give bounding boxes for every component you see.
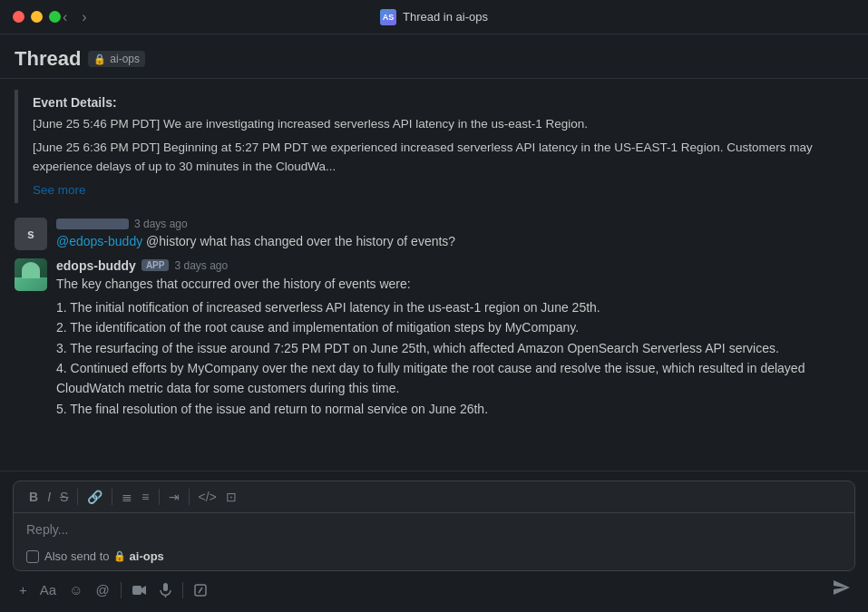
- unordered-list-button[interactable]: ≡: [137, 487, 153, 507]
- messages-area: Event Details: [June 25 5:46 PM PDT] We …: [0, 79, 868, 471]
- message-row: s 3 days ago @edops-buddy @history what …: [0, 214, 868, 255]
- see-more-link[interactable]: See more: [33, 183, 86, 197]
- svg-rect-0: [132, 586, 141, 595]
- workspace-avatar: AS: [380, 9, 396, 25]
- emoji-button[interactable]: ☺: [63, 578, 89, 601]
- toolbar-divider: [112, 489, 112, 505]
- event-entry-2: [June 25 6:36 PM PDT] Beginning at 5:27 …: [33, 139, 839, 176]
- username-blurred: [56, 219, 129, 229]
- username-bot: edops-buddy: [56, 258, 136, 273]
- event-entry-1: [June 25 5:46 PM PDT] We are investigati…: [33, 115, 839, 133]
- strikethrough-button[interactable]: S: [55, 487, 73, 507]
- also-send-row: Also send to 🔒 ai-ops: [26, 549, 842, 563]
- nav-buttons: ‹ ›: [59, 7, 91, 27]
- video-button[interactable]: [126, 581, 153, 599]
- mic-button[interactable]: [153, 579, 178, 601]
- timestamp-bot: 3 days ago: [174, 259, 228, 272]
- block-button[interactable]: ⊡: [221, 487, 241, 507]
- message-body-bot: edops-buddy APP 3 days ago The key chang…: [56, 258, 853, 419]
- message-content: @history what has changed over the histo…: [146, 234, 455, 248]
- window-title: Thread in ai-ops: [403, 10, 488, 24]
- list-item: 5. The final resolution of the issue and…: [56, 399, 853, 419]
- toolbar-divider: [159, 489, 160, 505]
- title-bar: ‹ › AS Thread in ai-ops: [0, 0, 868, 34]
- list-item: 2. The identification of the root cause …: [56, 317, 853, 337]
- list-item: 1. The initial notification of increased…: [56, 297, 853, 317]
- bold-button[interactable]: B: [24, 487, 43, 507]
- message-body: 3 days ago @edops-buddy @history what ha…: [56, 218, 853, 251]
- slash-command-button[interactable]: [188, 580, 213, 600]
- also-send-label: Also send to 🔒 ai-ops: [44, 549, 164, 563]
- plus-button[interactable]: +: [13, 578, 34, 601]
- numbered-list: 1. The initial notification of increased…: [56, 297, 853, 419]
- composer-toolbar: B I S 🔗 ≣ ≡ ⇥ </> ⊡: [14, 481, 854, 513]
- event-details-block: Event Details: [June 25 5:46 PM PDT] We …: [15, 90, 853, 203]
- main-content: Thread 🔒 ai-ops Event Details: [June 25 …: [0, 34, 868, 612]
- lock-icon: 🔒: [93, 53, 106, 65]
- composer: B I S 🔗 ≣ ≡ ⇥ </> ⊡ Reply...: [0, 471, 868, 612]
- avatar: s: [15, 218, 47, 250]
- send-button[interactable]: [828, 577, 855, 603]
- app-badge: APP: [141, 259, 170, 271]
- ordered-list-button[interactable]: ≣: [117, 487, 137, 507]
- timestamp: 3 days ago: [134, 218, 188, 230]
- channel-badge-label: ai-ops: [110, 53, 140, 65]
- message-meta-bot: edops-buddy APP 3 days ago: [56, 258, 853, 273]
- indent-button[interactable]: ⇥: [164, 487, 184, 507]
- channel-send-label: ai-ops: [130, 549, 164, 563]
- link-button[interactable]: 🔗: [83, 487, 107, 507]
- minimize-button[interactable]: [31, 11, 43, 23]
- avatar-bot: [15, 258, 47, 291]
- list-item: 4. Continued efforts by MyCompany over t…: [56, 358, 853, 399]
- channel-badge: 🔒 ai-ops: [88, 51, 145, 67]
- event-label: Event Details:: [33, 95, 839, 110]
- traffic-lights: [13, 11, 61, 23]
- svg-rect-1: [163, 583, 168, 591]
- composer-box: B I S 🔗 ≣ ≡ ⇥ </> ⊡ Reply...: [13, 481, 855, 571]
- list-item: 3. The resurfacing of the issue around 7…: [56, 338, 853, 358]
- bottom-divider-2: [182, 582, 183, 598]
- composer-bottom-row: + Aa ☺ @: [0, 577, 868, 612]
- lock-icon-small: 🔒: [113, 550, 126, 562]
- italic-button[interactable]: I: [43, 487, 55, 507]
- thread-header: Thread 🔒 ai-ops: [0, 34, 868, 79]
- also-send-checkbox[interactable]: [26, 550, 39, 563]
- message-text: @edops-buddy @history what has changed o…: [56, 232, 853, 251]
- forward-button[interactable]: ›: [78, 7, 90, 27]
- message-row-bot: edops-buddy APP 3 days ago The key chang…: [0, 255, 868, 423]
- reply-placeholder: Reply...: [26, 522, 68, 537]
- mention-button[interactable]: @: [89, 578, 115, 601]
- back-button[interactable]: ‹: [59, 7, 71, 27]
- message-meta: 3 days ago: [56, 218, 853, 230]
- thread-title: Thread: [15, 47, 81, 71]
- toolbar-divider: [189, 489, 190, 505]
- title-bar-center: AS Thread in ai-ops: [380, 9, 488, 25]
- text-format-button[interactable]: Aa: [34, 578, 63, 601]
- svg-line-4: [199, 588, 202, 593]
- mention-edops-buddy[interactable]: @edops-buddy: [56, 234, 142, 248]
- toolbar-divider: [77, 489, 78, 505]
- code-button[interactable]: </>: [194, 487, 221, 507]
- composer-input[interactable]: Reply...: [14, 513, 854, 546]
- bottom-divider: [121, 582, 122, 598]
- close-button[interactable]: [13, 11, 24, 23]
- composer-footer: Also send to 🔒 ai-ops: [14, 546, 854, 570]
- message-intro: The key changes that occurred over the h…: [56, 275, 853, 294]
